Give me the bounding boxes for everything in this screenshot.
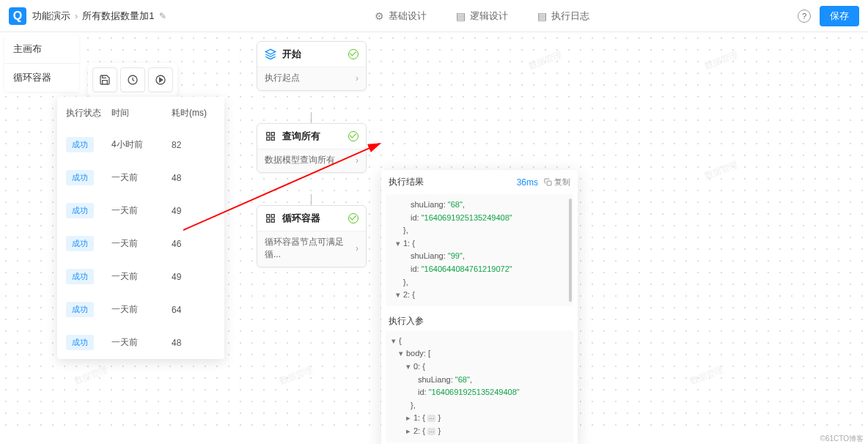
svg-rect-7 — [271, 137, 274, 140]
canvas-tabs: 主画布 循环容器 — [4, 35, 79, 92]
execution-result-panel: 执行结果 36ms 复制 shuLiang: "68", id: "164069… — [381, 170, 578, 444]
log-header: 执行状态 时间 耗时(ms) — [57, 97, 224, 128]
input-params-code[interactable]: ▾{ ▾body: [ ▾0: { shuLiang: "68", id: "1… — [386, 330, 573, 443]
toolbar — [88, 63, 177, 97]
log-row[interactable]: 成功一天前64 — [57, 293, 224, 326]
grid-icon — [265, 212, 276, 224]
flow-icon: ▤ — [456, 10, 466, 22]
log-row[interactable]: 成功一天前46 — [57, 227, 224, 260]
watermark: 数据管理 — [73, 363, 110, 387]
log-row[interactable]: 成功一天前48 — [57, 326, 224, 359]
layers-icon — [265, 48, 276, 60]
breadcrumb: 功能演示 › 所有数据数量加1 ✎ — [32, 10, 166, 23]
check-icon — [348, 49, 358, 59]
svg-rect-13 — [547, 181, 551, 185]
result-output-code[interactable]: shuLiang: "68", id: "1640691925135249408… — [386, 194, 573, 306]
chevron-right-icon: › — [75, 10, 78, 21]
watermark: 数据管理 — [703, 48, 740, 72]
log-row[interactable]: 成功一天前49 — [57, 260, 224, 293]
breadcrumb-current: 所有数据数量加1 — [82, 10, 154, 23]
node-start[interactable]: 开始 执行起点 › — [257, 41, 367, 91]
check-icon — [348, 131, 358, 141]
watermark: 数据管理 — [527, 48, 564, 72]
execution-log-panel: 执行状态 时间 耗时(ms) 成功4小时前82 成功一天前48 成功一天前49 … — [57, 97, 224, 359]
watermark: 数据管理 — [278, 363, 315, 387]
svg-rect-5 — [271, 133, 274, 136]
tab-exec-log[interactable]: ▤ 执行日志 — [537, 10, 589, 23]
tab-main-canvas[interactable]: 主画布 — [4, 35, 79, 64]
breadcrumb-root[interactable]: 功能演示 — [32, 10, 70, 23]
node-sub: 数据模型查询所有 — [265, 154, 335, 166]
grid-icon — [265, 130, 276, 142]
chevron-right-icon: › — [356, 155, 358, 166]
copyright: ©61CTO博客 — [820, 434, 864, 444]
document-icon: ▤ — [537, 10, 547, 22]
history-icon[interactable] — [120, 67, 145, 92]
svg-marker-2 — [160, 78, 163, 81]
col-status: 执行状态 — [66, 107, 111, 119]
edit-icon[interactable]: ✎ — [159, 11, 166, 21]
top-header: Q 功能演示 › 所有数据数量加1 ✎ ⚙ 基础设计 ▤ 逻辑设计 ▤ 执行日志… — [0, 0, 868, 32]
status-badge: 成功 — [66, 170, 94, 185]
watermark: 数据管理 — [703, 158, 740, 182]
tab-logic-design[interactable]: ▤ 逻辑设计 — [456, 10, 508, 23]
col-time: 时间 — [111, 107, 172, 119]
footer: ©61CTO博客 — [0, 434, 868, 444]
log-row[interactable]: 成功一天前49 — [57, 194, 224, 227]
node-sub: 执行起点 — [265, 72, 300, 84]
canvas-area[interactable]: 数据管理 数据管理 数据管理 数据管理 数据管理 数据管理 数据管理 数据管理 … — [0, 32, 868, 434]
scrollbar[interactable] — [569, 199, 572, 302]
svg-rect-4 — [267, 133, 270, 136]
log-row[interactable]: 成功4小时前82 — [57, 128, 224, 161]
node-loop[interactable]: 循环容器 循环容器节点可满足循... › — [257, 205, 367, 267]
svg-rect-8 — [267, 215, 270, 218]
watermark: 数据管理 — [688, 363, 726, 387]
status-badge: 成功 — [66, 302, 94, 317]
status-badge: 成功 — [66, 269, 94, 284]
play-icon[interactable] — [148, 67, 173, 92]
tab-loop-container[interactable]: 循环容器 — [4, 64, 79, 92]
input-params-title: 执行入参 — [381, 311, 578, 330]
node-sub: 循环容器节点可满足循... — [265, 236, 356, 261]
status-badge: 成功 — [66, 335, 94, 350]
node-title: 查询所有 — [282, 130, 320, 143]
help-icon[interactable]: ? — [798, 10, 811, 23]
svg-marker-3 — [265, 49, 275, 54]
node-title: 循环容器 — [282, 212, 320, 225]
chevron-right-icon: › — [356, 73, 358, 84]
log-row[interactable]: 成功一天前48 — [57, 161, 224, 194]
check-icon — [348, 213, 358, 223]
status-badge: 成功 — [66, 203, 94, 218]
svg-rect-6 — [267, 137, 270, 140]
svg-rect-9 — [271, 215, 274, 218]
status-badge: 成功 — [66, 137, 94, 152]
app-logo: Q — [9, 7, 26, 25]
chevron-right-icon: › — [356, 243, 358, 254]
col-duration: 耗时(ms) — [172, 107, 216, 119]
gear-icon: ⚙ — [375, 10, 384, 22]
result-title: 执行结果 — [389, 176, 424, 188]
svg-rect-10 — [267, 219, 270, 222]
svg-rect-11 — [271, 219, 274, 222]
node-query[interactable]: 查询所有 数据模型查询所有 › — [257, 123, 367, 173]
save-icon[interactable] — [92, 67, 117, 92]
tab-basic-design[interactable]: ⚙ 基础设计 — [375, 10, 427, 23]
node-title: 开始 — [282, 48, 301, 61]
result-duration: 36ms — [517, 177, 538, 188]
save-button[interactable]: 保存 — [820, 6, 859, 26]
copy-button[interactable]: 复制 — [544, 177, 570, 188]
status-badge: 成功 — [66, 236, 94, 251]
